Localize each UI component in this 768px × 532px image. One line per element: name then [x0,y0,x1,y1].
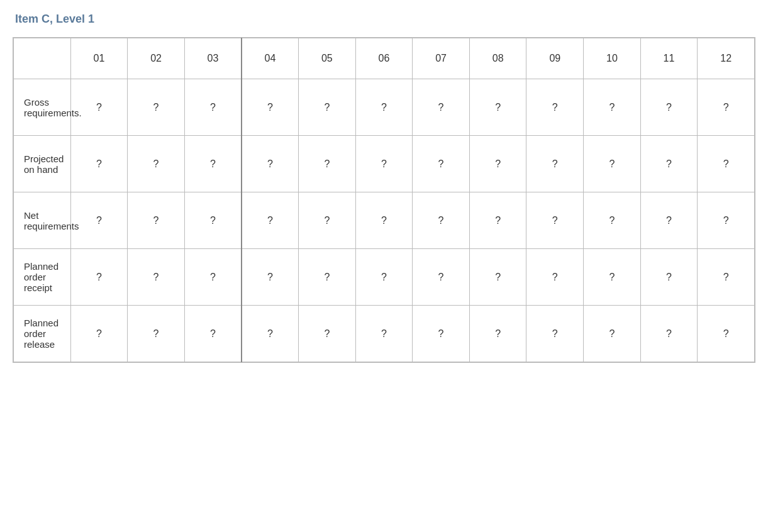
cell-row2-col2: ? [184,192,242,249]
header-col-11: 11 [640,38,698,79]
table-row: Net requirements???????????? [14,192,755,249]
cell-row0-col4: ? [299,79,356,136]
cell-row3-col0: ? [70,249,128,306]
cell-row0-col6: ? [413,79,470,136]
cell-row3-col8: ? [526,249,584,306]
cell-row1-col7: ? [469,136,526,192]
cell-row1-col2: ? [184,136,242,192]
row-label-2: Net requirements [14,192,71,249]
table-row: Gross requirements.???????????? [14,79,755,136]
cell-row3-col3: ? [242,249,299,306]
table-row: Planned order receipt???????????? [14,249,755,306]
header-col-04: 04 [242,38,299,79]
cell-row2-col10: ? [640,192,698,249]
cell-row4-col2: ? [184,306,242,362]
row-label-3: Planned order receipt [14,249,71,306]
header-row: 010203040506070809101112 [14,38,755,79]
row-label-0: Gross requirements. [14,79,71,136]
header-label-col [14,38,71,79]
cell-row2-col6: ? [413,192,470,249]
row-label-4: Planned order release [14,306,71,362]
cell-row0-col10: ? [640,79,698,136]
cell-row3-col10: ? [640,249,698,306]
cell-row3-col6: ? [413,249,470,306]
cell-row1-col0: ? [70,136,128,192]
cell-row2-col5: ? [355,192,413,249]
mrp-table: 010203040506070809101112 Gross requireme… [13,37,755,363]
cell-row3-col5: ? [355,249,413,306]
cell-row4-col8: ? [526,306,584,362]
cell-row3-col1: ? [128,249,185,306]
table-row: Planned order release???????????? [14,306,755,362]
cell-row1-col10: ? [640,136,698,192]
cell-row1-col11: ? [698,136,755,192]
cell-row2-col11: ? [698,192,755,249]
cell-row0-col3: ? [242,79,299,136]
cell-row4-col0: ? [70,306,128,362]
cell-row4-col10: ? [640,306,698,362]
header-col-01: 01 [70,38,128,79]
cell-row1-col4: ? [299,136,356,192]
cell-row1-col8: ? [526,136,584,192]
cell-row0-col5: ? [355,79,413,136]
cell-row3-col9: ? [584,249,641,306]
header-col-03: 03 [184,38,242,79]
cell-row0-col7: ? [469,79,526,136]
cell-row3-col2: ? [184,249,242,306]
header-col-07: 07 [413,38,470,79]
cell-row4-col4: ? [299,306,356,362]
header-col-02: 02 [128,38,185,79]
cell-row0-col11: ? [698,79,755,136]
cell-row2-col8: ? [526,192,584,249]
cell-row3-col7: ? [469,249,526,306]
cell-row4-col1: ? [128,306,185,362]
cell-row4-col5: ? [355,306,413,362]
table-row: Projected on hand???????????? [14,136,755,192]
cell-row0-col9: ? [584,79,641,136]
cell-row0-col8: ? [526,79,584,136]
cell-row4-col6: ? [413,306,470,362]
header-col-12: 12 [698,38,755,79]
header-col-06: 06 [355,38,413,79]
header-col-09: 09 [526,38,584,79]
header-col-10: 10 [584,38,641,79]
cell-row2-col7: ? [469,192,526,249]
cell-row1-col6: ? [413,136,470,192]
page-title: Item C, Level 1 [13,13,755,26]
cell-row4-col11: ? [698,306,755,362]
cell-row2-col3: ? [242,192,299,249]
header-col-05: 05 [299,38,356,79]
row-label-1: Projected on hand [14,136,71,192]
cell-row1-col5: ? [355,136,413,192]
cell-row2-col9: ? [584,192,641,249]
cell-row0-col2: ? [184,79,242,136]
cell-row2-col1: ? [128,192,185,249]
cell-row3-col4: ? [299,249,356,306]
cell-row4-col7: ? [469,306,526,362]
cell-row1-col1: ? [128,136,185,192]
cell-row2-col0: ? [70,192,128,249]
cell-row1-col9: ? [584,136,641,192]
cell-row1-col3: ? [242,136,299,192]
cell-row3-col11: ? [698,249,755,306]
header-col-08: 08 [469,38,526,79]
cell-row4-col9: ? [584,306,641,362]
cell-row4-col3: ? [242,306,299,362]
cell-row0-col1: ? [128,79,185,136]
cell-row2-col4: ? [299,192,356,249]
